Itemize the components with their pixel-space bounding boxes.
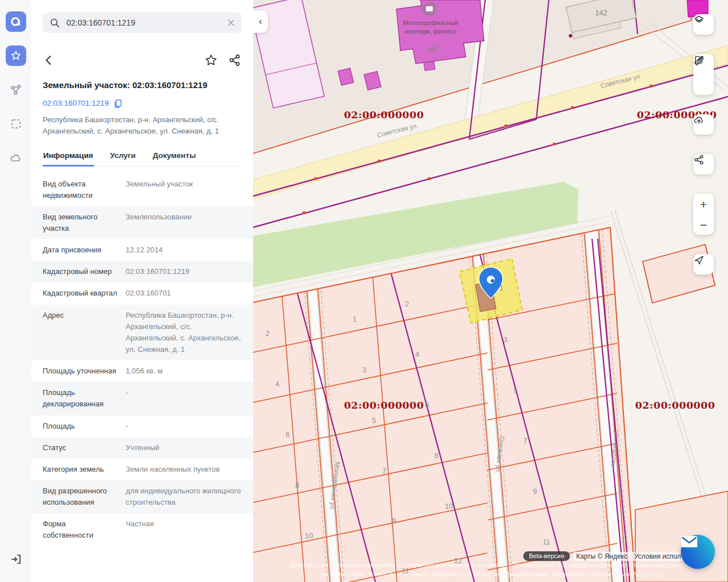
page-title: Земельный участок: 02:03:160701:1219	[43, 80, 242, 91]
info-label: Кадастровый номер	[43, 266, 118, 277]
share-map-icon	[693, 154, 705, 165]
chat-button[interactable]	[681, 535, 715, 569]
parcel-number: 9	[533, 487, 537, 496]
disclaimer-line-2: не гарантирует точность и не имеет юриди…	[264, 571, 719, 577]
back-icon	[43, 54, 55, 66]
parcel-number: 7	[382, 467, 386, 475]
maps-copyright[interactable]: Карты © Яндекс	[573, 552, 630, 561]
map-area[interactable]: Многопрофильный колледж, филиал 144 142 …	[253, 0, 728, 582]
info-label: Дата присвоения	[43, 244, 118, 256]
parcel-number: 6	[286, 430, 289, 439]
parcel-number: 2	[266, 329, 270, 338]
tab-документы[interactable]: Документы	[152, 149, 197, 167]
college-label-1: Многопрофильный	[403, 19, 458, 26]
parcel-number: 10	[305, 531, 313, 540]
building-142-label: 142	[595, 9, 607, 17]
info-label: Форма собственности	[43, 518, 118, 541]
info-value: -	[126, 421, 245, 432]
search-input[interactable]	[65, 18, 221, 28]
info-row: Площадь декларированная-	[31, 382, 253, 415]
info-value: Земельный участок	[126, 178, 245, 201]
cloud-button[interactable]	[6, 148, 26, 168]
parcel-number: 2	[405, 300, 409, 308]
zoom-in-button[interactable]: +	[700, 194, 707, 214]
locate-button[interactable]	[693, 254, 714, 275]
cloud-icon	[10, 152, 22, 164]
cloud-upload-icon	[693, 114, 705, 126]
parcel-number: 1	[353, 315, 357, 323]
beta-badge: Beta-версия	[523, 551, 570, 561]
login-button[interactable]	[6, 549, 26, 569]
college-label-2: колледж, филиал	[405, 28, 456, 35]
parcel-number: 3	[362, 365, 366, 374]
measure-edit-group	[693, 54, 714, 95]
parcel-number: 5	[372, 416, 376, 425]
cadastral-number-link[interactable]: 02:03:160701:1219	[43, 99, 109, 107]
info-row: Площадь-	[31, 415, 253, 437]
navigate-icon	[693, 254, 705, 265]
collapse-panel-button[interactable]: ‹	[253, 10, 268, 33]
layers-icon	[693, 14, 705, 26]
upload-button[interactable]	[693, 114, 714, 135]
info-value: для индивидуального жилищного строительс…	[126, 485, 245, 508]
search-bar	[43, 13, 242, 33]
network-icon	[10, 84, 22, 96]
info-value: Частная	[126, 518, 245, 541]
info-row: АдресРеспублика Башкортостан, р-н. Архан…	[31, 305, 253, 361]
info-label: Категория земель	[43, 464, 118, 475]
share-object-button[interactable]	[228, 53, 242, 67]
info-row: Кадастровый квартал02:03:160701	[31, 282, 253, 304]
info-label: Площадь уточненная	[43, 365, 118, 377]
edit-icon	[693, 54, 705, 65]
info-label: Вид разрешенного использования	[43, 485, 118, 508]
info-row: Вид объекта недвижимостиЗемельный участо…	[31, 173, 253, 206]
share-map-button[interactable]	[693, 154, 714, 174]
parcel-number: 4	[275, 380, 279, 388]
info-value: 02:03:160701	[126, 288, 245, 299]
favorites-button[interactable]	[6, 45, 26, 66]
info-row: Вид земельного участкаЗемлепользование	[31, 206, 253, 239]
tab-информация[interactable]: Информация	[43, 149, 94, 167]
tab-услуги[interactable]: Услуги	[110, 149, 136, 167]
disclaimer-line-1: Данный сайт использует сведения из откры…	[264, 562, 719, 568]
info-value: Учтенный	[126, 442, 245, 454]
tabs: ИнформацияУслугиДокументы	[43, 149, 242, 167]
info-value: Республика Башкортостан, р-н. Архангельс…	[126, 310, 245, 356]
info-label: Статус	[43, 442, 118, 454]
map-canvas[interactable]: Многопрофильный колледж, филиал 144 142 …	[253, 0, 728, 582]
select-area-button[interactable]	[6, 114, 26, 134]
layers-network-button[interactable]	[6, 80, 26, 100]
college-number: 144	[425, 45, 438, 53]
parcel-number: 6	[425, 401, 429, 409]
clear-search-icon[interactable]	[227, 19, 235, 27]
quarter-label: 02:00:000000	[344, 400, 424, 411]
star-outline-icon	[204, 53, 218, 67]
layers-button[interactable]	[693, 14, 714, 35]
info-label: Кадастровый квартал	[43, 288, 118, 299]
share-icon	[228, 53, 242, 67]
favorite-object-button[interactable]	[204, 53, 218, 67]
back-button[interactable]	[43, 54, 55, 66]
details-panel: Земельный участок: 02:03:160701:1219 02:…	[31, 0, 253, 582]
logo-icon	[10, 15, 22, 28]
info-value: Землепользование	[126, 211, 245, 234]
info-label: Вид объекта недвижимости	[43, 178, 118, 201]
icon-rail	[0, 0, 31, 582]
info-row: Форма собственностиЧастная	[31, 513, 253, 546]
copy-icon[interactable]	[113, 99, 122, 108]
parcel-number: 8	[295, 481, 299, 489]
star-icon	[10, 50, 22, 61]
info-label: Площадь	[43, 421, 118, 432]
info-row: Вид разрешенного использованиядля индиви…	[31, 480, 253, 513]
info-value: 02:03:160701:1219	[126, 266, 245, 277]
login-icon	[10, 553, 22, 566]
object-address: Республика Башкортостан, р-н. Архангельс…	[43, 114, 242, 138]
parcel-number: 9	[392, 517, 396, 525]
app-logo[interactable]	[6, 11, 26, 32]
info-value: 12.12.2014	[126, 244, 245, 256]
terms-link[interactable]: Условия испол	[631, 552, 684, 561]
select-area-icon	[10, 118, 22, 130]
parcel-number: 1	[499, 284, 503, 292]
zoom-out-button[interactable]: −	[700, 214, 707, 235]
parcel-number: 11	[543, 538, 551, 546]
